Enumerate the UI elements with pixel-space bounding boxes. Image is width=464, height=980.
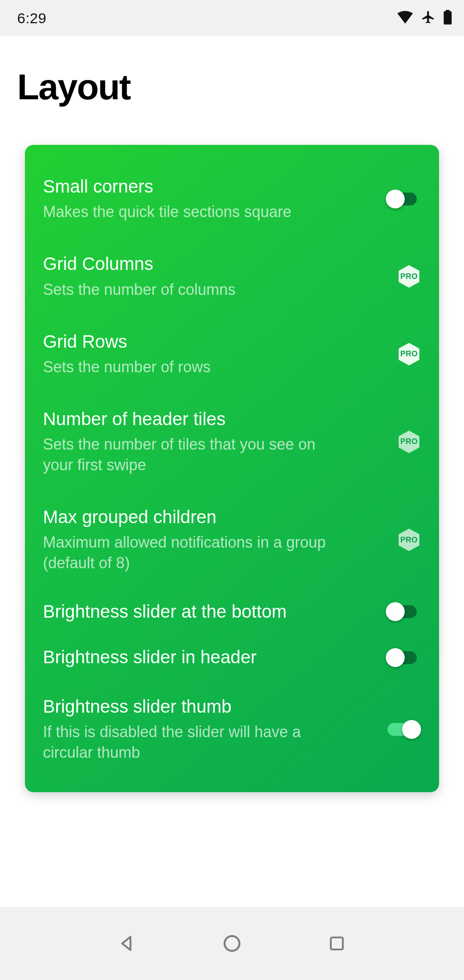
setting-description: If this is disabled the slider will have… bbox=[43, 722, 335, 763]
setting-description: Sets the number of tiles that you see on… bbox=[43, 434, 335, 475]
setting-description: Makes the quick tile sections square bbox=[43, 202, 335, 222]
setting-brightness-thumb[interactable]: Brightness slider thumb If this is disab… bbox=[25, 680, 439, 778]
nav-home-button[interactable] bbox=[218, 930, 246, 957]
svg-rect-1 bbox=[446, 10, 449, 12]
airplane-mode-icon bbox=[421, 10, 436, 26]
setting-max-grouped-children[interactable]: Max grouped children Maximum allowed not… bbox=[25, 491, 439, 589]
setting-brightness-bottom[interactable]: Brightness slider at the bottom bbox=[25, 589, 439, 634]
svg-rect-7 bbox=[331, 937, 343, 949]
setting-title: Grid Rows bbox=[43, 331, 384, 352]
nav-back-button[interactable] bbox=[113, 930, 141, 957]
setting-grid-rows[interactable]: Grid Rows Sets the number of rows PRO bbox=[25, 315, 439, 393]
settings-card: Small corners Makes the quick tile secti… bbox=[25, 145, 439, 792]
setting-title: Max grouped children bbox=[43, 506, 384, 528]
pro-badge-icon: PRO bbox=[397, 264, 421, 288]
pro-badge-label: PRO bbox=[400, 349, 418, 358]
setting-description: Sets the number of columns bbox=[43, 279, 335, 300]
navigation-bar bbox=[0, 907, 464, 980]
pro-badge-icon: PRO bbox=[397, 430, 421, 454]
battery-icon bbox=[443, 10, 452, 26]
setting-texts: Small corners Makes the quick tile secti… bbox=[43, 176, 375, 222]
toggle-brightness-bottom[interactable] bbox=[388, 601, 421, 622]
setting-small-corners[interactable]: Small corners Makes the quick tile secti… bbox=[25, 160, 439, 238]
setting-title: Small corners bbox=[43, 176, 375, 197]
setting-title: Brightness slider at the bottom bbox=[43, 601, 375, 622]
status-icons bbox=[397, 10, 452, 26]
setting-title: Grid Columns bbox=[43, 253, 384, 275]
setting-title: Number of header tiles bbox=[43, 408, 384, 430]
setting-texts: Grid Columns Sets the number of columns bbox=[43, 253, 384, 300]
pro-badge-label: PRO bbox=[400, 536, 418, 545]
pro-badge-icon: PRO bbox=[397, 342, 421, 366]
setting-title: Brightness slider thumb bbox=[43, 696, 375, 717]
setting-brightness-header[interactable]: Brightness slider in header bbox=[25, 634, 439, 680]
setting-title: Brightness slider in header bbox=[43, 646, 375, 668]
status-time: 6:29 bbox=[17, 10, 46, 27]
setting-texts: Brightness slider thumb If this is disab… bbox=[43, 696, 375, 763]
page-title: Layout bbox=[17, 66, 464, 108]
setting-header-tiles[interactable]: Number of header tiles Sets the number o… bbox=[25, 393, 439, 491]
setting-description: Maximum allowed notifications in a group… bbox=[43, 532, 335, 573]
setting-texts: Brightness slider in header bbox=[43, 646, 375, 668]
toggle-small-corners[interactable] bbox=[388, 188, 421, 210]
toggle-brightness-thumb[interactable] bbox=[388, 719, 421, 740]
pro-badge-label: PRO bbox=[400, 437, 418, 446]
setting-description: Sets the number of rows bbox=[43, 357, 335, 377]
wifi-icon bbox=[397, 11, 413, 25]
setting-texts: Grid Rows Sets the number of rows bbox=[43, 331, 384, 377]
status-bar: 6:29 bbox=[0, 0, 464, 36]
setting-texts: Number of header tiles Sets the number o… bbox=[43, 408, 384, 475]
pro-badge-icon: PRO bbox=[397, 528, 421, 552]
svg-rect-0 bbox=[444, 11, 452, 24]
setting-texts: Brightness slider at the bottom bbox=[43, 601, 375, 622]
setting-grid-columns[interactable]: Grid Columns Sets the number of columns … bbox=[25, 238, 439, 315]
setting-texts: Max grouped children Maximum allowed not… bbox=[43, 506, 384, 573]
svg-point-6 bbox=[225, 936, 240, 951]
nav-recent-button[interactable] bbox=[323, 930, 351, 957]
toggle-brightness-header[interactable] bbox=[388, 647, 421, 668]
pro-badge-label: PRO bbox=[400, 272, 418, 281]
